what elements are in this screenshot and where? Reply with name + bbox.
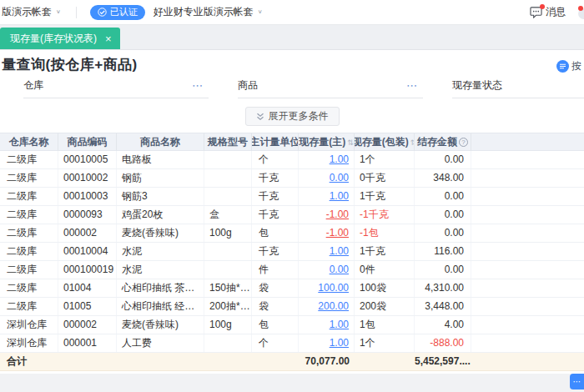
cell-spec xyxy=(204,243,252,260)
tab-stock-status-report[interactable]: 现存量(库存状况表) × xyxy=(0,28,120,49)
cell-code: 000002 xyxy=(58,316,117,334)
cell-qty-package: 1千克 xyxy=(355,188,415,205)
cell-qty-package: 0千克 xyxy=(355,169,415,187)
cell-qty-main: 1.00 xyxy=(299,188,355,205)
table-row[interactable]: 二级库00010002钢筋千克0.000千克348.00 xyxy=(0,169,584,188)
col-product-code[interactable]: 商品编码 xyxy=(58,133,117,151)
cell-qty-package: 1个 xyxy=(355,151,415,168)
cell-unit: 千克 xyxy=(252,206,299,224)
filter-bar: 仓库 ⋯ 商品 ⋯ 现存量状态 xyxy=(0,73,584,98)
cell-spec xyxy=(204,188,252,205)
cell-qty-package: 1个 xyxy=(355,334,415,352)
warehouse-label: 仓库 xyxy=(23,78,43,93)
col-spec-model[interactable]: 规格型号 xyxy=(204,133,252,151)
col-product-name[interactable]: 商品名称 xyxy=(117,133,204,151)
table-row[interactable]: 二级库00010005电路板个1.001个0.00 xyxy=(0,151,584,169)
divider xyxy=(76,7,77,18)
cell-unit: 个 xyxy=(252,334,299,352)
stock-table: 仓库名称 商品编码 商品名称 规格型号 主计量单位 现存量(主)⇅ 现存量(包装… xyxy=(0,133,584,371)
cell-amount: 0.00 xyxy=(415,188,471,205)
table-row[interactable]: 深圳仓库000001人工费个1.001个-888.00 xyxy=(0,334,584,353)
col-warehouse-name[interactable]: 仓库名称 xyxy=(0,133,58,151)
cell-blank xyxy=(471,261,584,279)
cell-qty-main: 1.00 xyxy=(299,334,355,352)
cell-name: 水泥 xyxy=(117,243,204,260)
col-qty-package[interactable]: 现存量(包装)⇅ xyxy=(355,133,415,151)
cell-qty-package: 100袋 xyxy=(355,279,415,297)
filter-warehouse[interactable]: 仓库 ⋯ xyxy=(23,80,209,98)
cell-name: 鸡蛋20枚 xyxy=(117,206,204,224)
help-icon[interactable]: ? xyxy=(459,138,468,147)
table-row[interactable]: 深圳仓库000002麦烧(香辣味)100g包1.001包4.00 xyxy=(0,316,584,334)
cell-qty-main: 0.00 xyxy=(299,169,355,187)
column-settings-button[interactable]: 按 xyxy=(556,59,584,73)
qty-main-link[interactable]: -1.00 xyxy=(326,209,349,220)
edge-notification-icon[interactable] xyxy=(576,4,584,21)
filter-product[interactable]: 商品 ⋯ xyxy=(238,80,423,98)
cell-qty-package: 1包 xyxy=(355,316,415,334)
cell-unit: 袋 xyxy=(252,279,299,297)
qty-main-link[interactable]: 200.00 xyxy=(318,300,349,312)
cell-unit: 千克 xyxy=(252,169,299,187)
product-label: 商品 xyxy=(238,78,258,93)
cell-qty-main: 100.00 xyxy=(299,279,355,297)
double-chevron-down-icon xyxy=(256,113,264,121)
cell-amount: -888.00 xyxy=(415,334,471,352)
cell-name: 钢筋3 xyxy=(117,188,204,205)
col-main-unit[interactable]: 主计量单位 xyxy=(252,133,299,151)
cell-name: 人工费 xyxy=(117,334,204,352)
verified-badge[interactable]: 已认证 xyxy=(90,5,145,20)
main-content: 量查询(按仓库+商品) 按 仓库 ⋯ 商品 ⋯ 现存量状态 展开更多条件 xyxy=(0,50,584,371)
total-label: 合计 xyxy=(0,353,58,370)
table-row[interactable]: 二级库0000093鸡蛋20枚盒千克-1.00-1千克0.00 xyxy=(0,206,584,224)
table-row[interactable]: 二级库000100019水泥件0.000件0.00 xyxy=(0,261,584,279)
cell-warehouse: 二级库 xyxy=(0,261,58,279)
qty-main-link[interactable]: 1.00 xyxy=(330,319,349,330)
table-row[interactable]: 二级库00010004水泥千克1.001千克116.00 xyxy=(0,243,584,261)
qty-main-link[interactable]: 1.00 xyxy=(330,153,349,165)
workspace-label: 好业财专业版演示帐套 xyxy=(154,5,254,19)
qty-main-link[interactable]: 1.00 xyxy=(330,245,349,257)
col-qty-main[interactable]: 现存量(主)⇅ xyxy=(299,133,355,151)
floating-chat-widget[interactable]: ⋯ xyxy=(570,374,584,389)
cell-qty-main: 1.00 xyxy=(299,151,355,168)
cell-spec xyxy=(204,169,252,187)
cell-unit: 袋 xyxy=(252,298,299,315)
total-qty-main: 70,077.00 xyxy=(299,353,355,370)
cell-blank xyxy=(471,298,584,315)
cell-code: 00010003 xyxy=(58,188,117,205)
qty-main-link[interactable]: 1.00 xyxy=(330,337,349,349)
cell-name: 水泥 xyxy=(117,261,204,279)
qty-main-link[interactable]: 0.00 xyxy=(330,172,349,183)
expand-more-button[interactable]: 展开更多条件 xyxy=(245,107,340,126)
account-switcher[interactable]: 版演示帐套 ∨ xyxy=(2,5,61,19)
table-row[interactable]: 二级库00010003钢筋3千克1.001千克0.00 xyxy=(0,188,584,206)
col-balance-amount[interactable]: 结存金额? xyxy=(415,133,471,151)
qty-main-link[interactable]: 100.00 xyxy=(318,282,349,294)
stock-status-label: 现存量状态 xyxy=(452,78,502,93)
cell-amount: 0.00 xyxy=(415,261,471,279)
qty-main-link[interactable]: 1.00 xyxy=(330,190,349,202)
more-options-icon[interactable]: ⋯ xyxy=(192,80,204,91)
close-icon[interactable]: × xyxy=(105,33,112,44)
cell-warehouse: 深圳仓库 xyxy=(0,316,58,334)
col-blank xyxy=(471,133,584,151)
filter-stock-status[interactable]: 现存量状态 xyxy=(452,80,584,98)
cell-code: 00010004 xyxy=(58,243,117,260)
table-row[interactable]: 二级库01004心相印抽纸 茶语系列150抽*3包袋100.00100袋4,31… xyxy=(0,279,584,298)
cell-warehouse: 二级库 xyxy=(0,188,58,205)
messages-button[interactable]: 消息 xyxy=(530,5,566,19)
table-row[interactable]: 二级库01005心相印抽纸 经典系列200抽*6包袋200.00200袋3,44… xyxy=(0,298,584,316)
table-body: 二级库00010005电路板个1.001个0.00二级库00010002钢筋千克… xyxy=(0,151,584,353)
more-options-icon[interactable]: ⋯ xyxy=(406,80,418,91)
workspace-switcher[interactable]: 好业财专业版演示帐套 ∨ xyxy=(154,5,263,19)
cell-unit: 个 xyxy=(252,151,299,168)
cell-qty-main: 200.00 xyxy=(299,298,355,315)
table-row[interactable]: 二级库000002麦烧(香辣味)100g包-1.00-1包0.00 xyxy=(0,224,584,243)
cell-blank xyxy=(471,279,584,297)
cell-spec xyxy=(204,334,252,352)
qty-main-link[interactable]: 0.00 xyxy=(330,264,349,275)
qty-main-link[interactable]: -1.00 xyxy=(326,227,349,239)
cell-blank xyxy=(471,151,584,168)
notification-dot xyxy=(540,4,545,9)
